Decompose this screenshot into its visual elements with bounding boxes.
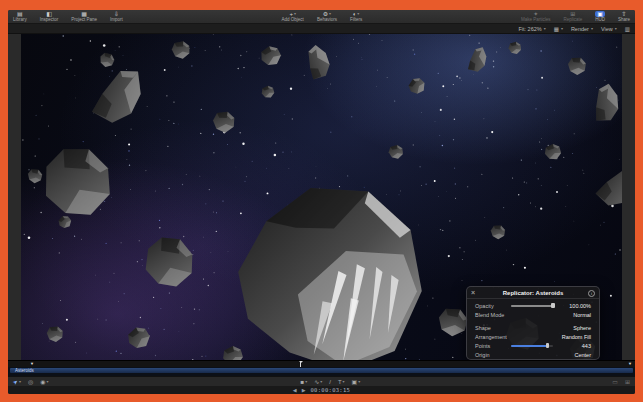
- camera-icon: ▭: [612, 379, 618, 385]
- toolbar-button-replicate[interactable]: ⊞Replicate: [561, 10, 584, 23]
- tool-button-mask-tool[interactable]: ▣▾: [352, 379, 361, 385]
- toolbar-button-filters[interactable]: ◐▾Filters: [348, 10, 364, 23]
- chevron-down-icon: ▾: [305, 380, 307, 384]
- hud-row-opacity: Opacity100.00%: [475, 301, 591, 310]
- close-icon[interactable]: ×: [471, 288, 475, 297]
- toolbar-button-behaviors[interactable]: ⚙▾Behaviors: [315, 10, 339, 23]
- asteroid: [508, 41, 522, 55]
- canvas-scene[interactable]: × Replicator: Asteroids i Opacity100.00%…: [21, 34, 622, 360]
- screenshot-frame: ▤Library◧Inspector▦Project Pane⇩Import +…: [0, 0, 643, 402]
- toolbar-button-label: Import: [110, 18, 123, 23]
- chevron-down-icon: ▾: [357, 12, 359, 16]
- slider-fill: [511, 345, 548, 347]
- misc-tools-group: ▭⊞: [612, 379, 630, 385]
- chevron-down-icon: ▾: [294, 12, 296, 16]
- toolbar-button-inspector[interactable]: ◧Inspector: [38, 10, 61, 23]
- hud-param-label: Opacity: [475, 303, 511, 309]
- toolbar-button-import[interactable]: ⇩Import: [108, 10, 125, 23]
- hud-param-value[interactable]: Normal: [557, 312, 591, 318]
- anchor-point-tool: ◎: [28, 379, 33, 385]
- info-icon[interactable]: i: [588, 290, 595, 297]
- slider-knob[interactable]: [551, 303, 555, 308]
- chevron-down-icon: ▾: [561, 26, 563, 31]
- toolbar-button-label: Make Particles: [521, 18, 551, 23]
- hud-param-label: Arrangement: [475, 334, 557, 340]
- tool-button-keyframe-grid-icon[interactable]: ⊞: [625, 379, 630, 385]
- asteroid: [45, 324, 65, 344]
- hud-slider[interactable]: [511, 305, 553, 307]
- hud-title-bar[interactable]: × Replicator: Asteroids i: [467, 287, 599, 299]
- hud-param-value[interactable]: Sphere: [557, 325, 591, 331]
- hud-param-label: Shape: [475, 325, 557, 331]
- toolbar-button-library[interactable]: ▤Library: [11, 10, 29, 23]
- channels-icon: ▦: [554, 26, 559, 32]
- chevron-down-icon: ▾: [320, 380, 322, 384]
- tool-button-camera-icon[interactable]: ▭: [612, 379, 618, 385]
- asteroid: [223, 346, 243, 360]
- asteroid: [126, 325, 152, 350]
- chevron-down-icon: ▾: [358, 380, 360, 384]
- hud-panel[interactable]: × Replicator: Asteroids i Opacity100.00%…: [466, 286, 600, 360]
- asteroid: [57, 214, 73, 229]
- line-tool: /: [329, 379, 331, 385]
- chevron-down-icon: ▾: [591, 26, 593, 31]
- toolbar-button-label: Replicate: [563, 18, 582, 23]
- toolbar-button-share[interactable]: ⇧Share: [616, 10, 632, 23]
- tool-button-text-tool[interactable]: T▾: [338, 379, 345, 385]
- current-timecode[interactable]: 00:00:03:15: [310, 387, 350, 393]
- hud-row-blend-mode: Blend ModeNormal: [475, 310, 591, 319]
- play-button[interactable]: ▶: [302, 387, 306, 393]
- tool-button-select-transform-tool[interactable]: ➤▾: [13, 379, 21, 385]
- mini-timeline: Asteroids: [8, 367, 635, 376]
- transform-tools-group: ➤▾◎◉▾: [13, 379, 49, 385]
- asteroid: [302, 44, 334, 83]
- zoom-level-popup[interactable]: Fit: 262% ▾: [518, 26, 545, 32]
- toolbar-button-make-particles[interactable]: ✦Make Particles: [519, 10, 553, 23]
- asteroid: [489, 222, 508, 240]
- slider-knob[interactable]: [546, 343, 550, 348]
- keyframe-grid-icon: ⊞: [625, 379, 630, 385]
- timeline-layer-bar[interactable]: Asteroids: [10, 368, 633, 373]
- motion-app-window: ▤Library◧Inspector▦Project Pane⇩Import +…: [8, 10, 635, 394]
- tool-button-line-tool[interactable]: /: [329, 379, 331, 385]
- channels-popup[interactable]: ▦ ▾: [554, 26, 563, 32]
- tool-button-bezier-tool[interactable]: ∿▾: [314, 379, 322, 385]
- hud-param-label: Origin: [475, 352, 557, 358]
- layout-icon[interactable]: ▥: [625, 26, 630, 32]
- tool-button-rectangle-tool[interactable]: ■▾: [301, 379, 308, 385]
- asteroid: [388, 144, 405, 160]
- hud-param-label: Blend Mode: [475, 312, 557, 318]
- asteroid: [262, 86, 275, 98]
- stepper-icon: ▾: [544, 26, 546, 31]
- text-tool: T: [338, 379, 342, 385]
- bottom-tool-bar: ➤▾◎◉▾ ■▾∿▾/T▾▣▾ ▭⊞: [8, 376, 635, 386]
- hud-slider[interactable]: [511, 345, 553, 347]
- hud-row-origin: OriginCenter: [475, 350, 591, 359]
- toolbar-button-label: Library: [13, 18, 27, 23]
- transport-bar: ◀ ▶ 00:00:03:15: [8, 386, 635, 394]
- rectangle-tool: ■: [301, 379, 305, 385]
- asteroid: [545, 144, 561, 159]
- toolbar-button-add-object[interactable]: +▾Add Object: [280, 10, 306, 23]
- hud-param-value[interactable]: Random Fill: [557, 334, 591, 340]
- toolbar-button-label: HUD: [595, 18, 605, 23]
- hud-param-value[interactable]: Center: [557, 352, 591, 358]
- toolbar-button-hud[interactable]: ▣HUD: [593, 10, 607, 23]
- render-popup[interactable]: Render ▾: [571, 26, 593, 32]
- canvas-pasteboard: × Replicator: Asteroids i Opacity100.00%…: [8, 34, 635, 360]
- hud-parameter-rows: Opacity100.00%Blend ModeNormalShapeSpher…: [467, 299, 599, 359]
- toolbar-button-project-pane[interactable]: ▦Project Pane: [69, 10, 99, 23]
- chevron-down-icon: ▾: [615, 26, 617, 31]
- go-to-start-button[interactable]: ◀: [293, 387, 297, 393]
- tool-button-anchor-point-tool[interactable]: ◎: [28, 379, 33, 385]
- timeline-layer-label: Asteroids: [15, 368, 34, 373]
- render-label: Render: [571, 26, 589, 32]
- view-popup[interactable]: View ▾: [601, 26, 617, 32]
- toolbar-button-label: Add Object: [282, 18, 304, 23]
- asteroid: [565, 54, 588, 77]
- mini-timeline-ruler[interactable]: ▼ ▼: [8, 360, 635, 367]
- toolbar-button-label: Filters: [350, 18, 362, 23]
- asteroid: [585, 81, 622, 127]
- tool-button-view-3d-tool[interactable]: ◉▾: [40, 379, 48, 385]
- toolbar-button-label: Behaviors: [317, 18, 337, 23]
